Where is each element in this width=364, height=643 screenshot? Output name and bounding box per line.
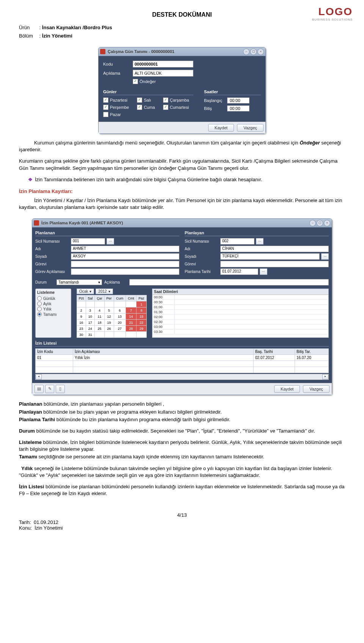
toolbar-button[interactable]: ▤ (35, 385, 44, 393)
calendar-cell[interactable]: 15 (136, 314, 147, 320)
kaydet-button[interactable]: Kaydet (208, 124, 234, 132)
calendar-cell[interactable]: 29 (136, 326, 147, 332)
table-row[interactable] (36, 367, 329, 373)
calendar-cell[interactable] (104, 301, 114, 307)
table-row[interactable] (36, 361, 329, 367)
aylik-radio[interactable]: Aylık (37, 301, 69, 306)
gorevi-input[interactable] (220, 261, 329, 267)
adi-input[interactable]: CİHAN (220, 246, 329, 252)
vazgec-button[interactable]: Vazgeç (303, 385, 329, 393)
bitis-input[interactable]: 00:00 (227, 105, 249, 111)
lookup-button[interactable]: ... (256, 238, 264, 245)
cuma-checkbox[interactable]: ✓Cuma (137, 105, 159, 110)
table-row[interactable]: 01 Yıllık İzin 02.07.2012 16.07.20 (36, 355, 329, 361)
calendar-cell[interactable]: 11 (95, 314, 105, 320)
yillik-radio[interactable]: Yıllık (37, 307, 69, 311)
calendar-cell[interactable] (95, 301, 105, 307)
calendar-cell[interactable] (104, 332, 114, 338)
calendar-cell[interactable]: 27 (114, 326, 126, 332)
calendar-cell[interactable]: 30 (77, 332, 86, 338)
col-izin-aciklamasi[interactable]: İzin Açıklaması (73, 349, 254, 355)
calendar-cell[interactable]: 4 (95, 307, 105, 314)
calendar-cell[interactable]: 6 (114, 307, 126, 314)
calendar-cell[interactable]: 18 (95, 320, 105, 326)
carsamba-checkbox[interactable]: ✓Çarşamba (163, 97, 193, 103)
toolbar-button[interactable]: ▯ (56, 385, 65, 393)
horizontal-scrollbar[interactable]: ◂ ▸ (35, 374, 329, 380)
calendar-cell[interactable]: 19 (104, 320, 114, 326)
calendar-cell[interactable]: 14 (126, 314, 136, 320)
calendar-cell[interactable] (126, 301, 136, 307)
saat-row[interactable]: 03:30 (152, 329, 328, 334)
calendar-cell[interactable]: 24 (86, 326, 95, 332)
saat-row[interactable]: 03:00 (152, 325, 328, 329)
calendar-cell[interactable]: 25 (95, 326, 105, 332)
saat-row[interactable]: 00:00 (152, 295, 328, 300)
tamami-radio[interactable]: Tamamı (37, 312, 69, 317)
calendar-cell[interactable]: 28 (126, 326, 136, 332)
toolbar-button[interactable]: ✎ (45, 385, 54, 393)
col-bas-tarihi[interactable]: Baş. Tarihi (254, 349, 295, 355)
minimize-icon[interactable]: – (243, 49, 249, 55)
col-bitis-tar[interactable]: Bitiş Tar. (295, 349, 329, 355)
col-izin-kodu[interactable]: İzin Kodu (36, 349, 73, 355)
month-select[interactable]: Ocak ▾ (77, 289, 94, 294)
calendar-cell[interactable]: 13 (114, 314, 126, 320)
scroll-right-icon[interactable]: ▸ (322, 374, 328, 380)
calendar-cell[interactable]: 26 (104, 326, 114, 332)
aciklama-input[interactable]: ALTI GÜNLÜK (133, 70, 193, 77)
calendar-cell[interactable]: 23 (77, 326, 86, 332)
calendar-cell[interactable]: 12 (104, 314, 114, 320)
sicil-input[interactable]: 002 (220, 238, 254, 245)
soyadi-input[interactable]: TÜFEKÇİ (220, 253, 320, 260)
saat-row[interactable]: 00:30 (152, 300, 328, 305)
lookup-button[interactable]: ... (321, 253, 329, 260)
calendar-cell[interactable] (114, 301, 126, 307)
calendar-cell[interactable]: 5 (104, 307, 114, 314)
maximize-icon[interactable]: ▢ (250, 49, 257, 55)
lookup-button[interactable]: ... (107, 238, 114, 245)
scroll-left-icon[interactable]: ◂ (36, 374, 42, 380)
calendar-cell[interactable]: 3 (86, 307, 95, 314)
calendar-cell[interactable] (95, 332, 105, 338)
gorevi-input[interactable] (71, 261, 179, 267)
calendar-cell[interactable]: 17 (86, 320, 95, 326)
close-icon[interactable]: × (257, 49, 264, 55)
minimize-icon[interactable]: – (309, 220, 316, 226)
soyadi-input[interactable]: AKSOY (71, 253, 179, 260)
calendar-cell[interactable]: 21 (126, 320, 136, 326)
sicil-input[interactable]: 001 (71, 238, 105, 245)
calendar-cell[interactable]: 31 (86, 332, 95, 338)
date-picker-button[interactable]: ... (260, 268, 267, 275)
ondefer-checkbox[interactable]: ✓Öndeğer (133, 79, 156, 84)
gorev-ack-input[interactable] (71, 268, 179, 275)
calendar-cell[interactable]: 10 (86, 314, 95, 320)
saat-row[interactable]: 02:00 (152, 315, 328, 320)
kodu-input[interactable]: 0000000001 (133, 61, 193, 67)
plan-tarih-input[interactable]: 01.07.2012 (220, 268, 258, 275)
izin-listesi-table[interactable]: İzin Kodu İzin Açıklaması Baş. Tarihi Bi… (35, 348, 329, 373)
calendar-cell[interactable]: 9 (77, 314, 86, 320)
gunluk-radio[interactable]: Günlük (37, 296, 69, 301)
titlebar[interactable]: İzin Planlama Kaydı 001 (AHMET AKSOY) – … (32, 219, 332, 227)
saat-row[interactable]: 01:00 (152, 305, 328, 310)
saat-row[interactable]: 01:30 (152, 310, 328, 315)
saat-row[interactable]: 02:30 (152, 320, 328, 325)
maximize-icon[interactable]: ▢ (317, 220, 323, 226)
baslangic-input[interactable]: 00:00 (227, 97, 249, 104)
calendar-cell[interactable]: 8 (136, 307, 147, 314)
sali-checkbox[interactable]: ✓Salı (137, 97, 159, 103)
year-select[interactable]: 2012 ▾ (96, 289, 113, 294)
persembe-checkbox[interactable]: ✓Perşembe (103, 105, 133, 110)
titlebar[interactable]: Çalışma Gün Tanımı - 0000000001 – ▢ × (99, 47, 265, 56)
calendar-cell[interactable]: 1 (136, 301, 147, 307)
calendar-cell[interactable] (77, 301, 86, 307)
durum-select[interactable]: Tamamlandı▾ (56, 279, 102, 285)
calendar-cell[interactable]: 22 (136, 320, 147, 326)
kaydet-button[interactable]: Kaydet (274, 385, 300, 393)
vazgec-button[interactable]: Vazgeç (237, 124, 264, 132)
aciklama-input[interactable] (129, 279, 329, 285)
calendar-cell[interactable]: 7 (126, 307, 136, 314)
calendar-cell[interactable] (114, 332, 126, 338)
calendar-table[interactable]: PztSalÇarPerCumCmtPaz1234567891011121314… (77, 295, 147, 338)
